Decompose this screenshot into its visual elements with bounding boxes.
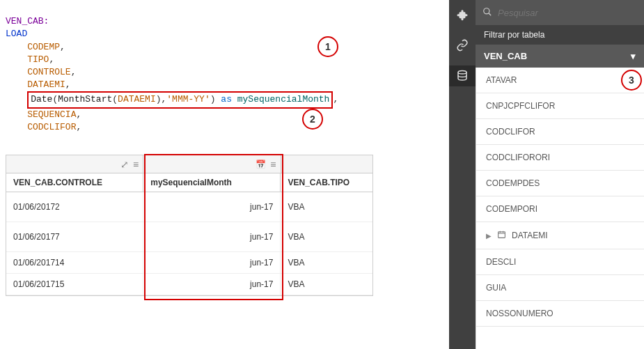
field-label: GUIA	[486, 283, 506, 293]
field-item[interactable]: CNPJCPFCLIFOR	[476, 93, 644, 119]
code-table-decl: VEN_CAB:	[6, 16, 49, 26]
field-item[interactable]: CODEMPDES	[476, 171, 644, 196]
column-header[interactable]: mySequencialMonth	[143, 173, 281, 192]
field-item[interactable]: ATAVAR	[476, 68, 644, 93]
cell-tipo: VBA	[281, 274, 372, 295]
field-label: NOSSONUMERO	[486, 309, 553, 318]
table-select-dropdown[interactable]: VEN_CAB ▾	[476, 45, 644, 68]
preview-table: ⤢ ≡ 📅 ≡ VEN_CAB.CONTROLE mySequencialMon…	[6, 155, 373, 296]
field-item[interactable]: NOSSONUMERO	[476, 301, 644, 327]
column-header[interactable]: VEN_CAB.TIPO	[281, 173, 372, 192]
cell-month: jun-17	[143, 274, 281, 295]
svg-rect-3	[498, 232, 505, 238]
puzzle-icon[interactable]	[449, 4, 476, 25]
cell-controle: 01/06/201714	[6, 252, 143, 273]
code-field: SEQUENCIA	[27, 109, 76, 120]
cell-month: jun-17	[143, 192, 281, 222]
code-field: CODEMP	[27, 42, 60, 52]
search-bar	[476, 0, 644, 25]
database-icon[interactable]	[449, 65, 476, 86]
table-body: 01/06/20172jun-17VBA01/06/20177jun-17VBA…	[6, 192, 372, 295]
cell-tipo: VBA	[281, 252, 372, 273]
table-row[interactable]: 01/06/20177jun-17VBA	[6, 222, 372, 252]
link-icon[interactable]	[449, 35, 476, 56]
cell-controle: 01/06/20172	[6, 192, 143, 222]
code-field: CONTROLE	[27, 67, 70, 77]
field-label: CODEMPORI	[486, 204, 537, 214]
code-load-kw: LOAD	[6, 29, 27, 39]
code-field: TIPO	[27, 54, 49, 65]
menu-icon[interactable]: ≡	[270, 159, 276, 170]
icon-rail	[449, 0, 476, 349]
field-label: CNPJCPFCLIFOR	[486, 101, 555, 111]
script-editor[interactable]: VEN_CAB: LOAD CODEMP, TIPO, CONTROLE, DA…	[6, 3, 446, 146]
field-item[interactable]: CODEMPORI	[476, 196, 644, 222]
code-field: CODCLIFOR	[27, 122, 76, 132]
table-row[interactable]: 01/06/201715jun-17VBA	[6, 274, 372, 295]
chevron-right-icon: ▶	[486, 232, 492, 240]
field-item[interactable]: DESCLI	[476, 249, 644, 275]
calendar-icon	[497, 230, 506, 241]
field-label: CODCLIFORORI	[486, 153, 550, 162]
menu-icon[interactable]: ≡	[133, 159, 139, 170]
annotation-marker-3: 3	[621, 70, 642, 91]
cell-controle: 01/06/201715	[6, 274, 143, 295]
search-input[interactable]	[498, 8, 637, 18]
cell-tipo: VBA	[281, 222, 372, 251]
field-list: ATAVARCNPJCPFCLIFORCODCLIFORCODCLIFORORI…	[476, 68, 644, 349]
svg-point-0	[458, 71, 466, 75]
code-field: DATAEMI	[27, 79, 65, 90]
table-row[interactable]: 01/06/20172jun-17VBA	[6, 192, 372, 222]
field-label: CODCLIFOR	[486, 127, 535, 137]
calendar-icon[interactable]: 📅	[256, 160, 266, 169]
table-row[interactable]: 01/06/201714jun-17VBA	[6, 252, 372, 274]
field-item[interactable]: CODCLIFOR	[476, 119, 644, 145]
field-label: DESCLI	[486, 257, 516, 267]
cell-month: jun-17	[143, 252, 281, 273]
annotation-marker-2: 2	[302, 109, 323, 130]
cell-month: jun-17	[143, 222, 281, 251]
cell-tipo: VBA	[281, 192, 372, 222]
field-item[interactable]: CODCLIFORORI	[476, 145, 644, 171]
chevron-down-icon: ▾	[631, 51, 636, 61]
svg-line-2	[489, 13, 492, 15]
highlighted-expression: Date(MonthStart(DATAEMI),'MMM-YY') as my…	[27, 91, 333, 108]
annotation-marker-1: 1	[317, 36, 338, 57]
field-item[interactable]: ▶DATAEMI	[476, 222, 644, 249]
cell-controle: 01/06/20177	[6, 222, 143, 251]
expand-icon[interactable]: ⤢	[120, 159, 129, 170]
column-header[interactable]: VEN_CAB.CONTROLE	[6, 173, 143, 192]
search-icon	[482, 7, 492, 19]
field-label: DATAEMI	[512, 231, 548, 240]
field-label: ATAVAR	[486, 75, 517, 85]
svg-point-1	[484, 8, 489, 13]
fields-panel: Filtrar por tabela VEN_CAB ▾ ATAVARCNPJC…	[449, 0, 644, 349]
selected-table-name: VEN_CAB	[484, 51, 527, 61]
field-label: CODEMPDES	[486, 178, 540, 188]
field-item[interactable]: GUIA	[476, 275, 644, 301]
filter-by-table-label: Filtrar por tabela	[476, 25, 644, 45]
